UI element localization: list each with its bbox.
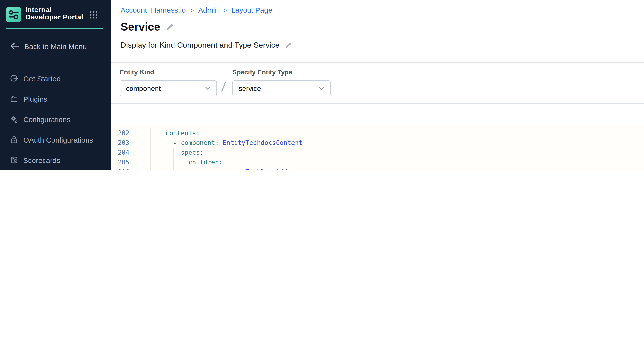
sidebar-item-scorecards[interactable]: Scorecards [6,151,102,169]
app-title: Internal Developer Portal [25,6,84,21]
page-subtitle-row: Display for Kind Component and Type Serv… [120,41,292,50]
back-to-main-menu[interactable]: Back to Main Menu [6,40,102,53]
entity-kind-select[interactable]: component [120,80,217,96]
sidebar-item-label: OAuth Configurations [23,136,93,144]
code-line[interactable]: 206 - component: TechDocsAddons [111,167,644,171]
page-subtitle: Display for Kind Component and Type Serv… [120,41,280,50]
edit-title-icon[interactable] [166,23,174,31]
line-number[interactable]: 206 [111,167,129,171]
entity-kind-label: Entity Kind [120,69,154,76]
arrow-left-icon [10,43,20,50]
breadcrumb: Account: Harness.io>Admin>Layout Page [120,6,272,14]
sidebar-item-get-started[interactable]: Get Started [6,70,102,87]
code-text: - component: EntityTechdocsContent [135,138,302,148]
breadcrumb-admin[interactable]: Admin [198,6,219,14]
accent-divider [6,28,102,29]
code-line[interactable]: 204 specs: [111,148,644,158]
line-number[interactable]: 203 [111,138,129,148]
entity-type-label: Specify Entity Type [232,69,292,76]
gears-icon [10,115,18,123]
entity-type-select[interactable]: service [232,80,330,96]
sidebar-item-label: Configurations [23,115,70,123]
sidebar-item-oauth-configurations[interactable]: OAuth Configurations [6,131,102,148]
yaml-editor[interactable]: 202 contents:203 - component: EntityTech… [111,127,644,171]
breadcrumb-account[interactable]: Account: Harness.io [120,6,186,14]
code-line[interactable]: 202 contents: [111,128,644,138]
breadcrumb-layout-page[interactable]: Layout Page [231,6,272,14]
back-label: Back to Main Menu [24,42,87,50]
code-text: - component: TechDocsAddons [135,167,299,171]
entity-kind-value: component [126,84,161,92]
filters-divider [111,103,644,104]
sidebar-item-configurations[interactable]: Configurations [6,110,102,128]
page-title: Service [120,21,160,34]
chevron-down-icon [205,87,210,90]
code-text: contents: [135,128,200,138]
header-divider [111,62,644,63]
line-number[interactable]: 202 [111,128,129,138]
code-text: specs: [135,148,204,158]
sliders-logo-icon [6,7,22,22]
sidebar-item-label: Get Started [23,74,60,83]
get-started-icon [10,74,18,82]
app-switcher-icon[interactable] [90,11,98,19]
sidebar-divider [6,57,102,57]
code-line[interactable]: 205 children: [111,158,644,167]
edit-subtitle-icon[interactable] [285,42,292,48]
breadcrumb-separator: > [190,7,194,14]
app-window: Internal Developer Portal Back to Main M… [0,0,644,171]
page-title-row: Service [120,21,174,34]
sidebar: Internal Developer Portal Back to Main M… [0,0,111,171]
line-number[interactable]: 205 [111,158,129,167]
line-number[interactable]: 204 [111,148,129,158]
entity-type-value: service [239,84,261,92]
sidebar-item-plugins[interactable]: Plugins [6,90,102,108]
puzzle-icon [10,95,18,103]
filter-separator: / [221,80,226,95]
chevron-down-icon [319,87,324,90]
sidebar-item-label: Scorecards [23,156,60,164]
code-line[interactable]: 203 - component: EntityTechdocsContent [111,138,644,148]
code-text: children: [135,158,222,167]
main-content: Account: Harness.io>Admin>Layout Page Se… [111,0,644,171]
idp-logo[interactable] [6,7,22,22]
breadcrumb-separator: > [223,7,227,14]
sidebar-item-label: Plugins [23,95,47,103]
lock-icon [10,136,18,144]
scorecard-icon [10,156,18,164]
